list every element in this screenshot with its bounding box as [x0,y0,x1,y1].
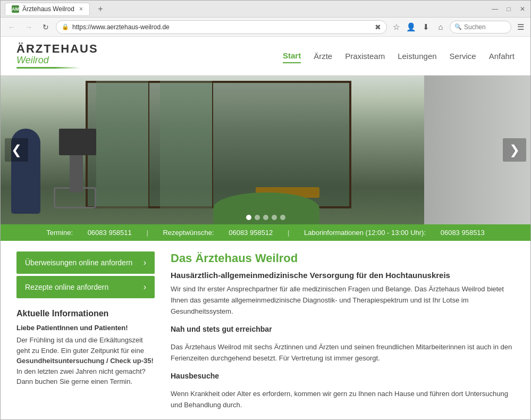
nav-item-service[interactable]: Service [450,49,476,63]
labor-number: 06083 958513 [441,229,485,237]
content-area: Das Ärztehaus Weilrod Hausärztlich-allge… [171,251,515,417]
hero-section: ❮ ❯ [1,75,530,224]
info-text2: In den letzten zwei Jahren nicht gemacht… [16,367,146,386]
logo-text-bottom: Weilrod [16,55,49,66]
refresh-button[interactable]: ↻ [39,20,53,34]
browser-toolbar: ← → ↻ 🔒 ✖ ☆ 👤 ⬇ ⌂ 🔍 ☰ [1,18,530,37]
labor-label: Laborinformationen (12:00 - 13:00 Uhr): [304,229,426,237]
ueberweisung-label: Überweisungen online anfordern [25,258,132,267]
nav-item-anfahrt[interactable]: Anfahrt [489,49,515,63]
section1-text: Das Ärztehaus Weilrod mit sechs Ärztinne… [171,342,515,364]
nav-item-aerzte[interactable]: Ärzte [314,49,332,63]
search-input[interactable] [464,23,507,31]
maximize-button[interactable]: □ [505,5,512,13]
minimize-button[interactable]: — [491,5,499,13]
rezept-label: Rezeptwünsche: [163,229,214,237]
nav-item-start[interactable]: Start [283,49,301,63]
termine-number: 06083 958511 [88,229,132,237]
menu-icon[interactable]: ☰ [515,22,526,32]
tab-close-button[interactable]: × [79,5,83,13]
rezept-number: 06083 958512 [229,229,273,237]
separator-2: | [288,229,289,237]
logo-text-top: ÄRZTEHAUS [16,43,98,55]
address-refresh-icon[interactable]: ✖ [375,23,381,31]
tab-title: Ärztehaus Weilrod [22,5,74,13]
title-bar-left: AM Ärztehaus Weilrod × + [5,3,491,15]
forward-button[interactable]: → [22,20,36,34]
window-controls: — □ ✕ [491,5,526,13]
close-button[interactable]: ✕ [519,5,526,13]
info-bold: Gesundheitsuntersuchung / Check up-35! [16,357,154,365]
star-icon[interactable]: ☆ [390,22,402,32]
site-header: ÄRZTEHAUS Weilrod Start Ärzte Praxisteam… [1,37,530,75]
info-subheading: Liebe PatientInnen und Patienten! [16,324,155,332]
rezept-button[interactable]: Rezepte online anfordern › [16,276,155,298]
sidebar: Überweisungen online anfordern › Rezepte… [16,251,155,417]
arrow-icon-2: › [144,282,146,292]
home-icon[interactable]: ⌂ [435,22,446,31]
content-heading: Das Ärztehaus Weilrod [171,251,515,265]
new-tab-button[interactable]: + [94,3,107,15]
hero-dot-3[interactable] [263,215,268,220]
hero-prev-button[interactable]: ❮ [5,138,28,162]
hero-dot-4[interactable] [272,215,277,220]
nav-item-praxisteam[interactable]: Praxisteam [345,49,385,63]
logo: ÄRZTEHAUS Weilrod [16,43,98,69]
user-icon[interactable]: 👤 [405,22,417,32]
info-bar: Termine: 06083 958511 | Rezeptwünsche: 0… [1,224,530,241]
info-text: Der Frühling ist da und die Erkältungsze… [16,336,144,355]
info-section: Aktuelle Informationen Liebe PatientInne… [16,309,155,387]
hero-dot-1[interactable] [246,215,251,220]
arrow-icon-1: › [144,258,146,267]
section2-heading: Hausbesuche [171,370,515,382]
info-heading: Aktuelle Informationen [16,309,155,318]
hero-dots [246,215,285,220]
termine-label: Termine: [46,229,73,237]
hero-dot-2[interactable] [255,215,260,220]
lock-icon: 🔒 [62,23,69,30]
address-bar-wrap: 🔒 ✖ [56,20,387,34]
search-wrap: 🔍 [450,21,511,33]
main-nav: Start Ärzte Praxisteam Leistungen Servic… [283,49,515,63]
ueberweisung-button[interactable]: Überweisungen online anfordern › [16,251,155,274]
logo-underline [16,67,80,69]
website-content: ÄRZTEHAUS Weilrod Start Ärzte Praxisteam… [1,37,530,419]
tab-favicon: AM [12,5,19,13]
content-intro: Wir sind Ihr erster Ansprechpartner für … [171,284,515,317]
info-paragraph: Der Frühling ist da und die Erkältungsze… [16,335,155,387]
title-bar: AM Ärztehaus Weilrod × + — □ ✕ [1,1,530,18]
nav-item-leistungen[interactable]: Leistungen [398,49,436,63]
hero-next-button[interactable]: ❯ [503,138,526,162]
back-button[interactable]: ← [5,20,19,34]
separator-1: | [146,229,148,237]
rezept-label: Rezepte online anfordern [25,283,108,291]
section1-heading: Nah und stets gut erreichbar [171,323,515,335]
section2-text: Wenn Krankheit oder Alter es erfordern, … [171,389,515,411]
browser-frame: AM Ärztehaus Weilrod × + — □ ✕ ← → ↻ 🔒 ✖… [0,0,531,420]
hero-dot-5[interactable] [280,215,285,220]
search-icon: 🔍 [454,23,462,30]
address-input[interactable] [72,23,372,31]
download-icon[interactable]: ⬇ [420,22,432,32]
browser-tab[interactable]: AM Ärztehaus Weilrod × [5,3,90,15]
main-content: Überweisungen online anfordern › Rezepte… [1,241,530,419]
content-subheading: Hausärztlich-allgemeinmedizinische Verso… [171,271,515,280]
